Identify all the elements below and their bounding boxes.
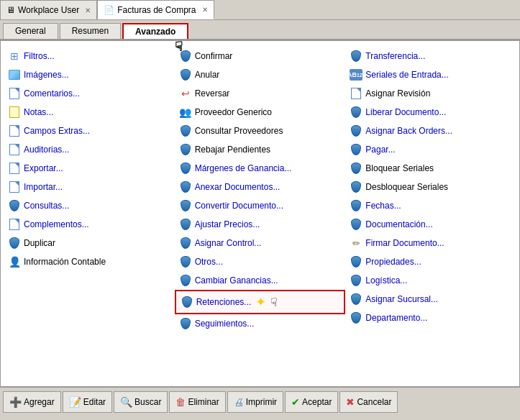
seguimientos-link[interactable]: Seguimientos... [195, 319, 255, 329]
menu-item-sucursal[interactable]: Asignar Sucursal... [345, 290, 516, 309]
tab-workplace-user[interactable]: 🖥 Workplace User ✕ [0, 0, 97, 19]
campos-link[interactable]: Campos Extras... [24, 126, 90, 136]
logistica-link[interactable]: Logística... [365, 275, 407, 286]
reverse-icon: ↩ [179, 87, 192, 100]
menu-item-revision[interactable]: Asignar Revisión [345, 84, 516, 103]
menu-item-margenes[interactable]: Márgenes de Ganancia... [175, 159, 346, 178]
menu-item-firmar[interactable]: ✏ Firmar Documento... [345, 234, 516, 252]
menu-item-seriales[interactable]: AB123 Seriales de Entrada... [345, 65, 516, 84]
firmar-link[interactable]: Firmar Documento... [365, 238, 444, 248]
buscar-button[interactable]: 🔍 Buscar [114, 391, 168, 413]
cambiar-link[interactable]: Cambiar Ganancias... [195, 275, 278, 286]
filtros-link[interactable]: Filtros... [24, 51, 55, 61]
importar-link[interactable]: Importar... [24, 182, 63, 192]
menu-item-confirmar[interactable]: Confirmar [175, 47, 346, 65]
menu-item-notas[interactable]: Notas... [4, 103, 175, 122]
menu-item-proveedor-generico[interactable]: 👥 Proveedor Generico [175, 103, 346, 122]
menu-item-liberar[interactable]: Liberar Documento... [345, 103, 516, 122]
menu-item-anular[interactable]: Anular [175, 65, 346, 84]
sub-tab-resumen[interactable]: Resumen [60, 23, 121, 39]
close-tab-btn[interactable]: ✕ [85, 6, 91, 14]
menu-item-exportar[interactable]: Exportar... [4, 159, 175, 178]
menu-item-bloquear-seriales[interactable]: Bloquear Seriales [345, 159, 516, 178]
fields-icon [8, 124, 21, 137]
cancelar-button[interactable]: ✖ Cancelar [339, 391, 398, 413]
auditorias-link[interactable]: Auditorias... [24, 145, 69, 155]
sub-tab-avanzado[interactable]: Avanzado ☟ [122, 23, 188, 39]
eliminar-button[interactable]: 🗑 Eliminar [169, 391, 225, 413]
consult-icon [8, 199, 21, 212]
anexar-link[interactable]: Anexar Documentos... [195, 182, 280, 192]
menu-item-rebajar-pendientes[interactable]: Rebajar Pendientes [175, 140, 346, 159]
menu-item-documentacion[interactable]: Documentación... [345, 215, 516, 234]
agregar-button[interactable]: ➕ Agregar [3, 391, 61, 413]
menu-item-duplicar[interactable]: Duplicar [4, 234, 175, 252]
consultas-link[interactable]: Consultas... [24, 201, 69, 211]
menu-item-cambiar[interactable]: Cambiar Ganancias... [175, 271, 346, 290]
blockserial-icon [350, 162, 362, 175]
menu-item-propiedades[interactable]: Propiedades... [345, 252, 516, 271]
notas-link[interactable]: Notas... [24, 107, 53, 117]
sparkle-icon: ✦ [255, 294, 266, 310]
control-link[interactable]: Asignar Control... [195, 238, 262, 248]
confirmar-label: Confirmar [195, 51, 233, 61]
seriales-link[interactable]: Seriales de Entrada... [365, 70, 448, 80]
convertir-link[interactable]: Convertir Documento... [195, 201, 283, 211]
menu-item-departamento[interactable]: Departamento... [345, 309, 516, 327]
menu-item-otros[interactable]: Otros... [175, 252, 346, 271]
ajustar-link[interactable]: Ajustar Precios... [195, 219, 260, 229]
imagenes-link[interactable]: Imágenes... [24, 70, 69, 80]
menu-item-seguimientos[interactable]: Seguimientos... [175, 314, 346, 333]
menu-item-transferencia[interactable]: Transferencia... [345, 47, 516, 65]
editar-button[interactable]: 📝 Editar [63, 391, 112, 413]
menu-item-fechas[interactable]: Fechas... [345, 196, 516, 215]
departamento-link[interactable]: Departamento... [365, 313, 427, 323]
complementos-link[interactable]: Complementos... [24, 219, 89, 229]
sub-tab-general[interactable]: General [3, 23, 58, 39]
documentacion-link[interactable]: Documentación... [365, 219, 432, 229]
retenciones-link[interactable]: Retenciones... [196, 297, 252, 307]
menu-item-consultas[interactable]: Consultas... [4, 196, 175, 215]
menu-item-filtros[interactable]: ⊞ Filtros... [4, 47, 175, 65]
tab-facturas[interactable]: 📄 Facturas de Compra ✕ [97, 0, 214, 19]
duplicate-icon [8, 237, 21, 250]
otros-link[interactable]: Otros... [195, 257, 223, 267]
fechas-link[interactable]: Fechas... [365, 201, 401, 211]
close-facturas-btn[interactable]: ✕ [202, 6, 208, 14]
exportar-link[interactable]: Exportar... [24, 163, 63, 173]
liberar-link[interactable]: Liberar Documento... [365, 107, 446, 117]
menu-item-logistica[interactable]: Logística... [345, 271, 516, 290]
menu-item-campos[interactable]: Campos Extras... [4, 122, 175, 140]
menu-item-consultar-proveedores[interactable]: Consultar Proveedores [175, 122, 346, 140]
logistic-icon [350, 274, 362, 287]
menu-item-info-contable[interactable]: 👤 Información Contable [4, 252, 175, 271]
sucursal-link[interactable]: Asignar Sucursal... [365, 294, 438, 304]
menu-item-anexar[interactable]: Anexar Documentos... [175, 178, 346, 196]
transferencia-link[interactable]: Transferencia... [365, 51, 425, 61]
menu-item-importar[interactable]: Importar... [4, 178, 175, 196]
menu-item-pagar[interactable]: Pagar... [345, 140, 516, 159]
menu-item-control[interactable]: Asignar Control... [175, 234, 346, 252]
menu-item-ajustar[interactable]: Ajustar Precios... [175, 215, 346, 234]
menu-item-reversar[interactable]: ↩ Reversar [175, 84, 346, 103]
menu-item-convertir[interactable]: Convertir Documento... [175, 196, 346, 215]
account-icon: 👤 [8, 255, 21, 268]
menu-item-imagenes[interactable]: Imágenes... [4, 65, 175, 84]
menu-item-backorders[interactable]: Asignar Back Orders... [345, 122, 516, 140]
menu-item-desbloquear-seriales[interactable]: Desbloquear Seriales [345, 178, 516, 196]
aceptar-button[interactable]: ✔ Aceptar [285, 391, 338, 413]
menu-item-retenciones[interactable]: Retenciones... ✦ ☟ [175, 290, 346, 314]
imprimir-button[interactable]: 🖨 Imprimir [227, 391, 283, 413]
review-icon [350, 87, 362, 100]
control-icon [179, 237, 192, 250]
menu-item-complementos[interactable]: Complementos... [4, 215, 175, 234]
menu-item-comentarios[interactable]: Comentarios... [4, 84, 175, 103]
bottom-toolbar: ➕ Agregar 📝 Editar 🔍 Buscar 🗑 Eliminar 🖨… [0, 387, 520, 416]
pagar-link[interactable]: Pagar... [365, 145, 395, 155]
comentarios-link[interactable]: Comentarios... [24, 88, 80, 99]
backorders-link[interactable]: Asignar Back Orders... [365, 126, 452, 136]
propiedades-link[interactable]: Propiedades... [365, 257, 421, 267]
margenes-link[interactable]: Márgenes de Ganancia... [195, 163, 292, 173]
menu-item-auditorias[interactable]: Auditorias... [4, 140, 175, 159]
convert-icon [179, 199, 192, 212]
